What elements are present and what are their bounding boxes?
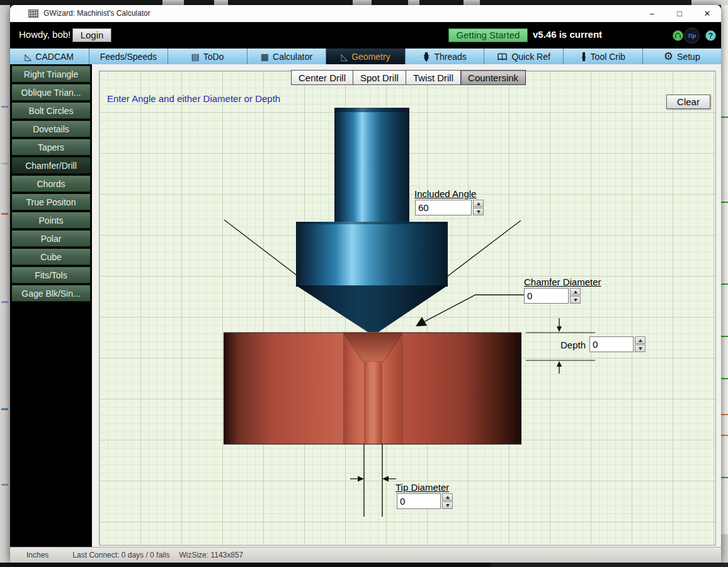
included-angle-input[interactable]	[415, 200, 472, 215]
sidebar-item-gage-blk[interactable]: Gage Blk/Sin...	[11, 285, 91, 302]
desktop-edge-top	[0, 0, 728, 5]
tab-setup[interactable]: ⚙ Setup	[643, 49, 722, 64]
sidebar-item-bolt-circles[interactable]: Bolt Circles	[11, 102, 91, 119]
tip-icon[interactable]: Tip	[684, 28, 700, 43]
spin-down-button[interactable]	[442, 501, 453, 509]
drill-type-subtabs: Center Drill Spot Drill Twist Drill Coun…	[291, 70, 526, 85]
background-window-right-sliver	[721, 5, 728, 563]
sidebar-item-fits-tols[interactable]: Fits/Tols	[11, 266, 91, 284]
taskbar-edge	[0, 563, 728, 567]
background-window-left-sliver	[0, 5, 10, 563]
sidebar-item-right-triangle[interactable]: Right Triangle	[11, 66, 91, 83]
included-angle-label: Included Angle	[414, 188, 476, 199]
background-window-fragment	[162, 0, 184, 5]
included-angle-field	[415, 200, 484, 215]
tip-diameter-field	[397, 493, 453, 509]
sidebar-item-polar[interactable]: Polar	[11, 230, 91, 247]
minimize-button[interactable]: –	[638, 5, 666, 22]
background-window-fragment	[464, 0, 480, 5]
chamfer-diameter-label: Chamfer Diameter	[524, 277, 601, 287]
app-icon	[28, 9, 38, 18]
status-bar: Inches Last Connect: 0 days / 0 fails Wi…	[10, 547, 721, 563]
help-icon[interactable]: ?	[705, 30, 716, 41]
units-status: Inches	[26, 551, 48, 559]
sidebar-item-points[interactable]: Points	[11, 212, 91, 229]
sidebar-item-oblique-triangle[interactable]: Oblique Trian...	[11, 84, 91, 101]
sidebar-item-chamfer-drill[interactable]: Chamfer/Drill	[11, 157, 91, 174]
spin-up-button[interactable]	[570, 288, 581, 295]
close-button[interactable]: ✕	[693, 5, 721, 22]
spin-up-button[interactable]	[473, 200, 484, 207]
spin-up-button[interactable]	[635, 336, 646, 344]
version-text: v5.46 is current	[533, 29, 602, 40]
subtab-center-drill[interactable]: Center Drill	[291, 70, 353, 85]
chamfer-diameter-leader	[416, 295, 524, 326]
tab-cadcam[interactable]: ◺ CADCAM	[10, 49, 89, 64]
sidebar-item-cube[interactable]: Cube	[11, 248, 91, 265]
window-title: GWizard: Machinist's Calculator	[43, 9, 151, 18]
book-icon	[497, 52, 508, 61]
geometry-sidebar: Right Triangle Oblique Trian... Bolt Cir…	[10, 64, 92, 547]
headset-icon[interactable]	[673, 30, 683, 41]
spin-down-button[interactable]	[635, 345, 646, 352]
tab-tool-crib[interactable]: Tool Crib	[564, 49, 643, 64]
login-button[interactable]: Login	[72, 28, 111, 42]
calculator-icon: ▦	[261, 52, 269, 61]
getting-started-button[interactable]: Getting Started	[448, 28, 528, 42]
sidebar-item-tapers[interactable]: Tapers	[11, 139, 91, 156]
main-tabbar: ◺ CADCAM Feeds/Speeds ▤ ToDo ▦ Calculato…	[10, 49, 721, 64]
depth-spinner	[635, 336, 646, 352]
tip-diameter-dimension	[350, 444, 396, 517]
instruction-text: Enter Angle and either Diameter or Depth	[107, 93, 280, 104]
workpiece	[224, 333, 521, 444]
maximize-button[interactable]: □	[666, 5, 693, 22]
wizsize-status: WizSize: 1143x857	[179, 551, 243, 559]
countersink-tool	[296, 108, 448, 332]
countersink-diagram	[99, 71, 716, 546]
tab-todo[interactable]: ▤ ToDo	[168, 49, 247, 64]
chamfer-drill-panel: Center Drill Spot Drill Twist Drill Coun…	[92, 64, 721, 547]
clear-button[interactable]: Clear	[666, 94, 710, 109]
chamfer-diameter-field	[524, 288, 581, 304]
end-mill-icon	[581, 52, 587, 62]
last-connect-status: Last Connect: 0 days / 0 fails	[72, 551, 169, 559]
depth-input[interactable]	[589, 336, 634, 352]
spin-down-button[interactable]	[473, 208, 484, 215]
tab-threads[interactable]: Threads	[406, 49, 485, 64]
tab-feeds-speeds[interactable]: Feeds/Speeds	[89, 49, 169, 64]
titlebar: GWizard: Machinist's Calculator – □ ✕	[10, 5, 721, 22]
drill-channel	[364, 362, 382, 444]
geometry-triangle-icon: ◺	[341, 52, 348, 61]
tab-geometry[interactable]: ◺ Geometry	[326, 49, 406, 64]
spin-down-button[interactable]	[570, 296, 581, 304]
depth-field	[589, 336, 646, 352]
tip-diameter-spinner	[442, 493, 453, 509]
tip-diameter-label: Tip Diameter	[395, 482, 449, 493]
subtab-countersink[interactable]: Countersink	[460, 70, 526, 85]
background-window-fragment	[214, 0, 228, 5]
greeting-text: Howdy, bob!	[19, 29, 71, 40]
background-window-fragment	[353, 0, 372, 5]
tool-body	[296, 222, 448, 287]
tip-diameter-input[interactable]	[397, 493, 441, 509]
screen: GWizard: Machinist's Calculator – □ ✕ Ho…	[0, 0, 728, 567]
subtab-twist-drill[interactable]: Twist Drill	[406, 70, 461, 85]
subtab-spot-drill[interactable]: Spot Drill	[353, 70, 406, 85]
sidebar-item-chords[interactable]: Chords	[11, 175, 91, 192]
tool-shank	[334, 108, 409, 222]
background-window-fragment	[408, 0, 419, 5]
sidebar-item-dovetails[interactable]: Dovetails	[11, 120, 91, 137]
gwizard-window: GWizard: Machinist's Calculator – □ ✕ Ho…	[10, 5, 721, 563]
tab-calculator[interactable]: ▦ Calculator	[247, 49, 327, 64]
chamfer-diameter-spinner	[570, 288, 581, 304]
todo-list-icon: ▤	[191, 52, 199, 61]
included-angle-spinner	[473, 200, 484, 215]
depth-label: Depth	[560, 340, 586, 350]
gear-icon: ⚙	[664, 51, 673, 62]
chamfer-diameter-input[interactable]	[524, 288, 569, 304]
tab-quick-ref[interactable]: Quick Ref	[484, 49, 564, 64]
background-window-fragment	[691, 0, 728, 5]
drafting-triangle-icon: ◺	[25, 52, 32, 61]
spin-up-button[interactable]	[442, 493, 453, 501]
sidebar-item-true-position[interactable]: True Positon	[11, 193, 91, 210]
